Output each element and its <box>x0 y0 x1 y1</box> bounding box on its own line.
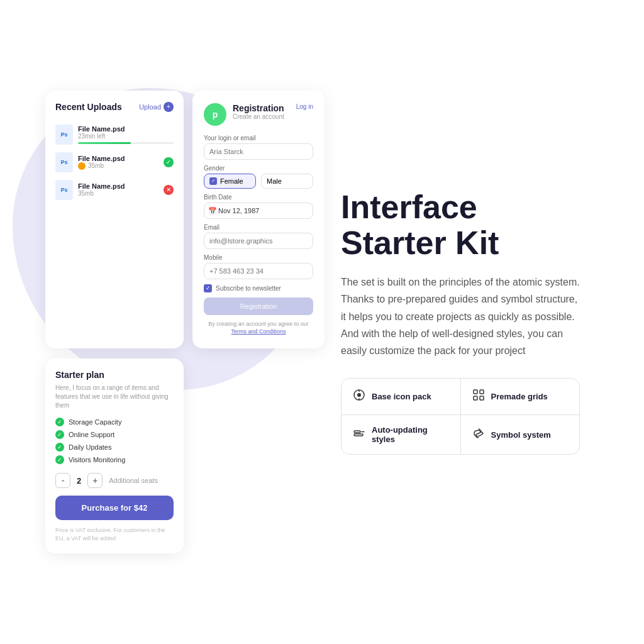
login-link[interactable]: Log in <box>296 103 313 110</box>
gender-male-button[interactable]: Male <box>261 174 313 189</box>
feature-cell-symbol: Symbol system <box>461 415 580 454</box>
seats-label: Additional seats <box>109 477 158 484</box>
file-type-icon: Ps <box>55 180 73 200</box>
vat-note: Price is VAT exclusive. For customers in… <box>55 526 174 542</box>
feature-label: Daily Updates <box>69 443 111 451</box>
email-form-group: Email <box>204 224 313 249</box>
feature-label: Online Support <box>69 431 114 438</box>
registration-card: p Registration Create an account Log in … <box>192 91 325 348</box>
plan-feature: ✓ Daily Updates <box>55 443 174 452</box>
birthdate-form-group: Birth Date 📅 <box>204 194 313 219</box>
file-name: File Name.psd <box>78 182 158 190</box>
file-item: Ps File Name.psd 35mb ✓ <box>55 148 174 176</box>
file-type-icon: Ps <box>55 152 73 172</box>
email-label: Email <box>204 224 313 231</box>
login-input[interactable] <box>204 143 313 160</box>
file-meta: 35mb <box>78 190 158 197</box>
auto-updating-styles-icon <box>353 427 365 443</box>
plan-feature: ✓ Storage Capacity <box>55 418 174 426</box>
plan-card: Starter plan Here, I focus on a range of… <box>45 358 184 553</box>
file-type-icon: Ps <box>55 125 73 145</box>
gender-female-button[interactable]: ✓ Female <box>204 174 256 189</box>
svg-rect-4 <box>474 390 477 394</box>
upload-label: Upload <box>139 103 161 111</box>
file-info: File Name.psd 35mb <box>78 155 158 170</box>
feature-label: Storage Capacity <box>69 418 121 426</box>
subscribe-label: Subscribe to newsletter <box>216 285 281 292</box>
file-meta: 23min left <box>78 133 174 140</box>
feature-label-grids: Premade grids <box>491 392 548 401</box>
right-section: Interface Starter Kit The set is built o… <box>322 164 624 480</box>
hero-description: The set is built on the principles of th… <box>341 274 580 359</box>
page: Recent Uploads Upload + Ps File Name.psd… <box>0 0 644 644</box>
uploads-card: Recent Uploads Upload + Ps File Name.psd… <box>45 91 184 348</box>
left-section: Recent Uploads Upload + Ps File Name.psd… <box>20 65 322 579</box>
file-item: Ps File Name.psd 23min left <box>55 121 174 148</box>
svg-rect-8 <box>354 431 360 433</box>
hero-title: Interface Starter Kit <box>341 189 599 261</box>
svg-rect-9 <box>354 434 363 436</box>
mobile-label: Mobile <box>204 254 313 261</box>
top-cards-row: Recent Uploads Upload + Ps File Name.psd… <box>45 91 303 348</box>
feature-cell-icon-pack: Base icon pack <box>341 379 461 415</box>
purchase-button[interactable]: Purchase for $42 <box>55 496 174 520</box>
plan-feature: ✓ Visitors Monitoring <box>55 455 174 464</box>
feature-label-icon-pack: Base icon pack <box>372 392 431 401</box>
plan-feature: ✓ Online Support <box>55 430 174 439</box>
subscribe-checkbox[interactable]: ✓ <box>204 284 212 292</box>
svg-rect-6 <box>474 396 477 400</box>
mobile-form-group: Mobile <box>204 254 313 279</box>
date-input-wrapper: 📅 <box>204 203 313 219</box>
seat-decrease-button[interactable]: - <box>55 473 70 488</box>
feature-check-icon: ✓ <box>55 443 64 452</box>
feature-check-icon: ✓ <box>55 430 64 439</box>
warning-dot-icon <box>78 162 86 170</box>
file-info: File Name.psd 35mb <box>78 182 158 197</box>
register-button[interactable]: Registration <box>204 297 313 315</box>
calendar-icon: 📅 <box>208 206 217 214</box>
file-meta: 35mb <box>78 162 158 170</box>
feature-label: Visitors Monitoring <box>69 456 125 464</box>
login-form-group: Your login or email <box>204 135 313 160</box>
features-grid: Base icon pack Premade grids <box>341 378 580 455</box>
symbol-system-icon <box>472 427 485 443</box>
uploads-title: Recent Uploads <box>55 102 122 112</box>
birthdate-input[interactable] <box>204 203 313 219</box>
svg-rect-5 <box>480 390 484 394</box>
subscribe-row: ✓ Subscribe to newsletter <box>204 284 313 292</box>
seat-increase-button[interactable]: + <box>87 473 103 488</box>
file-name: File Name.psd <box>78 125 174 133</box>
progress-bar <box>78 142 174 144</box>
svg-point-1 <box>357 393 361 397</box>
plan-description: Here, I focus on a range of items and fe… <box>55 384 174 410</box>
file-info: File Name.psd 23min left <box>78 125 174 144</box>
upload-button[interactable]: Upload + <box>139 102 174 112</box>
mobile-input[interactable] <box>204 263 313 279</box>
features-row-top: Base icon pack Premade grids <box>341 379 579 415</box>
login-label: Your login or email <box>204 135 313 142</box>
progress-fill <box>78 142 131 144</box>
gender-label: Gender <box>204 165 313 172</box>
feature-cell-grids: Premade grids <box>461 379 580 415</box>
terms-text: By creating an account you agree to our … <box>204 320 313 336</box>
feature-cell-styles: Auto-updating styles <box>341 415 461 454</box>
reg-header: p Registration Create an account Log in <box>204 103 313 126</box>
feature-check-icon: ✓ <box>55 418 64 426</box>
status-error-icon: ✕ <box>164 185 174 195</box>
gender-form-group: Gender ✓ Female Male <box>204 165 313 189</box>
birthdate-label: Birth Date <box>204 194 313 201</box>
terms-link[interactable]: Terms and Conditions <box>231 328 286 335</box>
registration-avatar: p <box>204 103 226 126</box>
plan-title: Starter plan <box>55 370 174 380</box>
feature-check-icon: ✓ <box>55 455 64 464</box>
seats-row: - 2 + Additional seats <box>55 473 174 488</box>
gender-check-icon: ✓ <box>209 177 217 185</box>
base-icon-pack-icon <box>353 389 365 404</box>
premade-grids-icon <box>472 389 485 404</box>
reg-subtitle: Create an account <box>233 113 313 120</box>
feature-label-styles: Auto-updating styles <box>372 425 449 444</box>
status-success-icon: ✓ <box>164 157 174 167</box>
seat-count: 2 <box>77 476 81 486</box>
features-row-bottom: Auto-updating styles Symbol system <box>341 415 579 454</box>
email-input[interactable] <box>204 233 313 249</box>
